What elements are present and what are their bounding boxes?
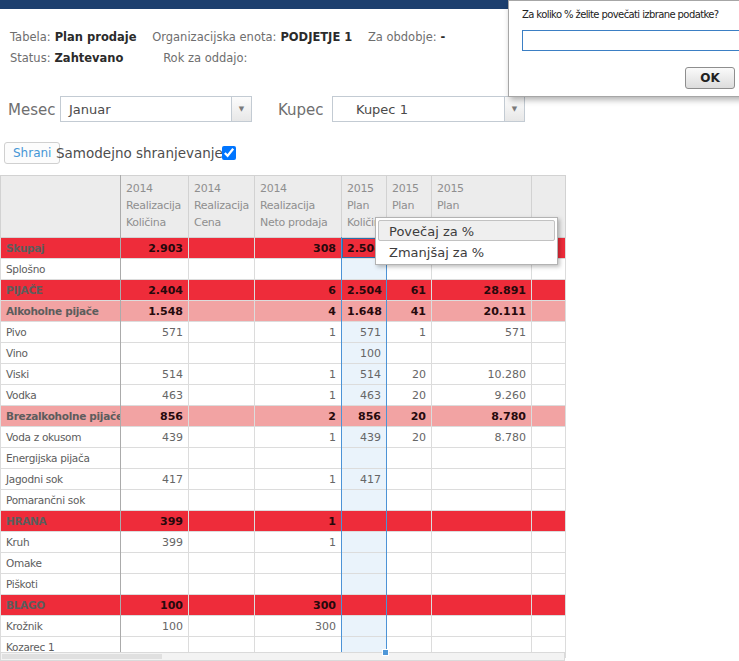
grid-cell[interactable]: 439 <box>121 427 189 448</box>
grid-cell[interactable] <box>189 469 255 490</box>
grid-cell[interactable]: 41 <box>387 301 432 322</box>
grid-cell[interactable]: 1 <box>255 511 342 532</box>
grid-cell[interactable] <box>189 574 255 595</box>
grid-cell[interactable]: 399 <box>121 532 189 553</box>
grid-cell[interactable] <box>387 532 432 553</box>
horizontal-scrollbar[interactable] <box>0 652 565 661</box>
grid-cell[interactable] <box>387 511 432 532</box>
grid-cell[interactable] <box>432 490 532 511</box>
grid-cell[interactable] <box>387 490 432 511</box>
grid-cell[interactable] <box>432 616 532 637</box>
grid-cell[interactable] <box>432 469 532 490</box>
grid-cell[interactable] <box>342 595 387 616</box>
mesec-dropdown-arrow-icon[interactable]: ▼ <box>231 97 251 121</box>
grid-cell[interactable] <box>121 490 189 511</box>
grid-cell[interactable] <box>432 553 532 574</box>
grid-cell[interactable] <box>432 343 532 364</box>
grid-cell[interactable] <box>189 280 255 301</box>
grid-cell[interactable] <box>532 448 566 469</box>
grid-cell[interactable] <box>255 490 342 511</box>
grid-cell[interactable]: 8.780 <box>432 427 532 448</box>
grid-cell[interactable]: 2.404 <box>121 280 189 301</box>
grid-cell[interactable] <box>189 406 255 427</box>
grid-cell[interactable] <box>342 490 387 511</box>
grid-cell[interactable]: 399 <box>121 511 189 532</box>
grid-cell[interactable]: 1 <box>255 364 342 385</box>
grid-cell[interactable] <box>189 364 255 385</box>
fill-handle[interactable] <box>382 649 389 656</box>
grid-cell[interactable]: 20.111 <box>432 301 532 322</box>
grid-cell[interactable]: 571 <box>432 322 532 343</box>
grid-cell[interactable] <box>387 343 432 364</box>
grid-cell[interactable] <box>342 574 387 595</box>
grid-cell[interactable]: 20 <box>387 406 432 427</box>
grid-cell[interactable]: 1 <box>255 532 342 553</box>
autosave-checkbox[interactable] <box>222 146 236 160</box>
grid-cell[interactable]: 6 <box>255 280 342 301</box>
grid-cell[interactable]: 300 <box>255 616 342 637</box>
grid-cell[interactable] <box>189 322 255 343</box>
grid-cell[interactable]: 300 <box>255 595 342 616</box>
grid-cell[interactable]: 100 <box>342 343 387 364</box>
grid-cell[interactable] <box>532 427 566 448</box>
grid-cell[interactable] <box>255 259 342 280</box>
grid-cell[interactable] <box>121 574 189 595</box>
grid-cell[interactable]: 28.891 <box>432 280 532 301</box>
grid-cell[interactable]: 2.903 <box>121 238 189 259</box>
grid-cell[interactable] <box>189 595 255 616</box>
scrollbar-thumb[interactable] <box>2 654 162 659</box>
ok-button[interactable]: OK <box>685 67 735 89</box>
grid-cell[interactable] <box>532 301 566 322</box>
grid-cell[interactable] <box>342 532 387 553</box>
grid-cell[interactable] <box>255 553 342 574</box>
grid-cell[interactable] <box>532 343 566 364</box>
grid-cell[interactable]: 1 <box>255 427 342 448</box>
grid-cell[interactable] <box>387 595 432 616</box>
grid-cell[interactable]: 439 <box>342 427 387 448</box>
grid-cell[interactable]: 20 <box>387 427 432 448</box>
grid-cell[interactable]: 8.780 <box>432 406 532 427</box>
grid-cell[interactable]: 514 <box>342 364 387 385</box>
grid-cell[interactable] <box>532 406 566 427</box>
grid-cell[interactable]: 100 <box>121 595 189 616</box>
grid-cell[interactable] <box>255 343 342 364</box>
grid-cell[interactable] <box>387 553 432 574</box>
grid-cell[interactable] <box>189 259 255 280</box>
grid-cell[interactable]: 1.548 <box>121 301 189 322</box>
grid-cell[interactable] <box>121 553 189 574</box>
grid-cell[interactable] <box>432 574 532 595</box>
grid-cell[interactable] <box>255 448 342 469</box>
grid-cell[interactable]: 417 <box>121 469 189 490</box>
grid-cell[interactable]: 20 <box>387 364 432 385</box>
grid-cell[interactable] <box>342 553 387 574</box>
grid-cell[interactable] <box>532 553 566 574</box>
kupec-combobox[interactable]: Kupec 1 ▼ <box>332 96 525 122</box>
grid-cell[interactable] <box>532 469 566 490</box>
grid-cell[interactable]: 856 <box>121 406 189 427</box>
grid-cell[interactable] <box>189 301 255 322</box>
grid-cell[interactable]: 1 <box>255 385 342 406</box>
grid-cell[interactable] <box>387 448 432 469</box>
grid-cell[interactable] <box>532 616 566 637</box>
grid-cell[interactable] <box>255 574 342 595</box>
grid-cell[interactable] <box>121 343 189 364</box>
grid-cell[interactable]: 61 <box>387 280 432 301</box>
context-menu-item-1[interactable]: Zmanjšaj za % <box>378 241 555 262</box>
grid-cell[interactable] <box>189 490 255 511</box>
grid-cell[interactable] <box>189 343 255 364</box>
grid-cell[interactable] <box>532 385 566 406</box>
grid-cell[interactable]: 856 <box>342 406 387 427</box>
grid-cell[interactable]: 4 <box>255 301 342 322</box>
mesec-combobox[interactable]: Januar ▼ <box>60 96 252 122</box>
grid-cell[interactable]: 463 <box>342 385 387 406</box>
grid-cell[interactable] <box>189 448 255 469</box>
grid-cell[interactable] <box>342 616 387 637</box>
grid-cell[interactable] <box>189 532 255 553</box>
grid-cell[interactable] <box>432 595 532 616</box>
grid-cell[interactable] <box>121 448 189 469</box>
grid-cell[interactable] <box>532 490 566 511</box>
grid-cell[interactable] <box>387 469 432 490</box>
grid-cell[interactable]: 463 <box>121 385 189 406</box>
grid-cell[interactable] <box>432 532 532 553</box>
grid-cell[interactable]: 100 <box>121 616 189 637</box>
